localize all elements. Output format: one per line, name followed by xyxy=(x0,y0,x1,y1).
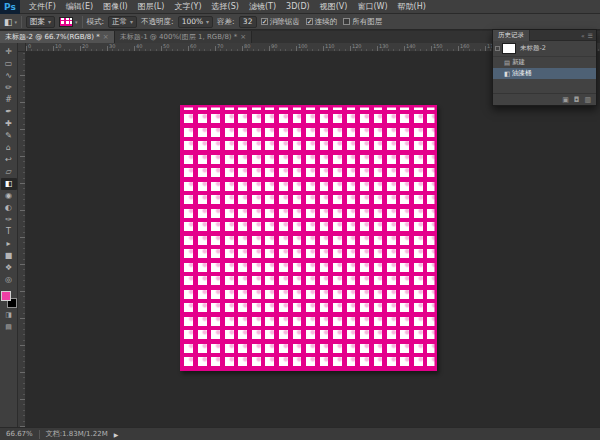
snapshot-thumbnail xyxy=(502,43,516,54)
checkbox-连续的[interactable]: ✓连续的 xyxy=(306,17,338,27)
chevron-down-icon: ▾ xyxy=(15,19,18,25)
history-state-label: 新建 xyxy=(512,58,525,67)
menu-item-图层[interactable]: 图层(L) xyxy=(133,0,170,14)
menu-item-选择[interactable]: 选择(S) xyxy=(207,0,244,14)
chevron-down-icon: ▾ xyxy=(130,18,133,25)
history-state-油漆桶[interactable]: ◧油漆桶 xyxy=(493,68,596,79)
status-separator xyxy=(39,430,40,439)
menu-item-编辑[interactable]: 编辑(E) xyxy=(61,0,98,14)
checkbox-box: ✓ xyxy=(261,18,268,25)
close-tab-icon[interactable]: × xyxy=(240,31,246,43)
dodge-tool[interactable]: ◐ xyxy=(1,202,17,214)
tab-history[interactable]: 历史记录 xyxy=(493,30,530,41)
chevron-down-icon: ▾ xyxy=(48,18,51,25)
ruler-label: 130 xyxy=(379,43,389,49)
type-tool[interactable]: T xyxy=(1,226,17,238)
zoom-level-field[interactable]: 66.67% xyxy=(6,430,33,438)
tolerance-input[interactable]: 32 xyxy=(239,16,257,28)
ruler-label: 100 xyxy=(298,43,308,49)
history-brush-source-box[interactable] xyxy=(493,46,502,51)
ruler-label: 10 xyxy=(55,43,61,49)
menu-item-图像[interactable]: 图像(I) xyxy=(98,0,133,14)
document-tab-title: 未标题-2 @ 66.7%(RGB/8) * xyxy=(5,31,100,43)
fill-source-select[interactable]: 图案 ▾ xyxy=(26,16,55,28)
snapshot-row[interactable]: 未标题-2 xyxy=(493,41,596,57)
new-document-from-state-icon[interactable]: ▣ xyxy=(562,96,569,104)
options-separator xyxy=(21,16,22,28)
checkbox-label: 连续的 xyxy=(315,17,338,27)
screen-mode-button[interactable]: ▤ xyxy=(1,322,17,332)
snapshot-name: 未标题-2 xyxy=(520,44,546,53)
color-swatches xyxy=(1,291,17,308)
quick-selection-tool[interactable]: ✏ xyxy=(1,82,17,94)
path-selection-tool[interactable]: ▸ xyxy=(1,238,17,250)
checkbox-消除锯齿[interactable]: ✓消除锯齿 xyxy=(261,17,300,27)
history-panel-footer: ▣◘▥ xyxy=(493,93,596,105)
rectangle-tool[interactable]: ■ xyxy=(1,250,17,262)
history-panel-header: 历史记录 «☰ xyxy=(493,30,596,41)
menu-item-文字[interactable]: 文字(Y) xyxy=(169,0,206,14)
ruler-label: 70 xyxy=(217,43,223,49)
checkbox-label: 消除锯齿 xyxy=(270,17,300,27)
options-bar: ◧ ▾ 图案 ▾ ▾ 模式: 正常 ▾ 不透明度: 100% ▾ 容差: 32 … xyxy=(0,14,600,30)
opacity-field[interactable]: 100% ▾ xyxy=(178,16,213,28)
close-tab-icon[interactable]: × xyxy=(103,31,109,43)
pattern-picker[interactable]: ▾ xyxy=(59,17,78,27)
menu-item-视图[interactable]: 视图(V) xyxy=(315,0,353,14)
ruler-label: 140 xyxy=(406,43,416,49)
status-bar: 66.67% 文档:1.83M/1.22M ▶ xyxy=(0,427,600,440)
marquee-tool[interactable]: ▭ xyxy=(1,58,17,70)
status-flyout-arrow[interactable]: ▶ xyxy=(114,431,119,438)
brush-tool[interactable]: ✎ xyxy=(1,130,17,142)
mode-select[interactable]: 正常 ▾ xyxy=(108,16,137,28)
blur-tool[interactable]: ◉ xyxy=(1,190,17,202)
pattern-swatch xyxy=(59,17,73,27)
healing-brush-tool[interactable]: ✚ xyxy=(1,118,17,130)
quick-mask-button[interactable]: ◨ xyxy=(1,310,17,320)
ruler-label: 120 xyxy=(352,43,362,49)
menu-item-窗口[interactable]: 窗口(W) xyxy=(352,0,392,14)
new-document-icon: ▤ xyxy=(502,59,512,67)
hand-tool[interactable]: ❖ xyxy=(1,262,17,274)
history-brush-tool[interactable]: ↩ xyxy=(1,154,17,166)
ruler-label: 60 xyxy=(190,43,196,49)
document-tab-2[interactable]: 未标题-1 @ 400%(图层 1, RGB/8) *× xyxy=(115,31,253,43)
collapse-panel-icon[interactable]: « xyxy=(581,32,585,39)
new-snapshot-icon[interactable]: ◘ xyxy=(574,96,580,104)
vertical-ruler xyxy=(18,52,26,427)
foreground-color-swatch[interactable] xyxy=(1,291,11,301)
photoshop-logo: Ps xyxy=(0,0,20,14)
document-canvas[interactable] xyxy=(180,105,437,371)
ruler-origin-corner xyxy=(18,43,26,52)
history-panel: 历史记录 «☰ 未标题-2 ▤新建◧油漆桶 ▣◘▥ xyxy=(492,29,597,106)
menu-item-3D[interactable]: 3D(D) xyxy=(281,0,315,14)
history-state-新建[interactable]: ▤新建 xyxy=(493,57,596,68)
lasso-tool[interactable]: ∿ xyxy=(1,70,17,82)
menu-item-文件[interactable]: 文件(F) xyxy=(24,0,61,14)
document-tab-1[interactable]: 未标题-2 @ 66.7%(RGB/8) *× xyxy=(0,31,115,43)
clone-stamp-tool[interactable]: ⌂ xyxy=(1,142,17,154)
history-state-label: 油漆桶 xyxy=(512,69,532,78)
paint-bucket-icon: ◧ xyxy=(502,70,512,78)
tool-preset-picker[interactable]: ◧ ▾ xyxy=(4,17,17,27)
checkbox-所有图层[interactable]: 所有图层 xyxy=(343,17,382,27)
crop-tool[interactable]: # xyxy=(1,94,17,106)
tolerance-label: 容差: xyxy=(217,17,235,27)
eraser-tool[interactable]: ▱ xyxy=(1,166,17,178)
zoom-tool[interactable]: ◎ xyxy=(1,274,17,286)
pen-tool[interactable]: ✑ xyxy=(1,214,17,226)
opacity-label: 不透明度: xyxy=(141,17,174,27)
ruler-label: 110 xyxy=(325,43,335,49)
document-tab-title: 未标题-1 @ 400%(图层 1, RGB/8) * xyxy=(120,31,238,43)
ruler-label: 40 xyxy=(136,43,142,49)
menu-item-滤镜[interactable]: 滤镜(T) xyxy=(244,0,281,14)
ruler-label: 160 xyxy=(460,43,470,49)
eyedropper-tool[interactable]: ✒ xyxy=(1,106,17,118)
delete-state-icon[interactable]: ▥ xyxy=(584,96,591,104)
menu-item-帮助[interactable]: 帮助(H) xyxy=(393,0,431,14)
move-tool[interactable]: ✛ xyxy=(1,46,17,58)
panel-menu-icon[interactable]: ☰ xyxy=(588,32,593,39)
options-separator xyxy=(82,16,83,28)
paint-bucket-tool[interactable]: ◧ xyxy=(1,178,17,190)
ruler-label: 150 xyxy=(433,43,443,49)
